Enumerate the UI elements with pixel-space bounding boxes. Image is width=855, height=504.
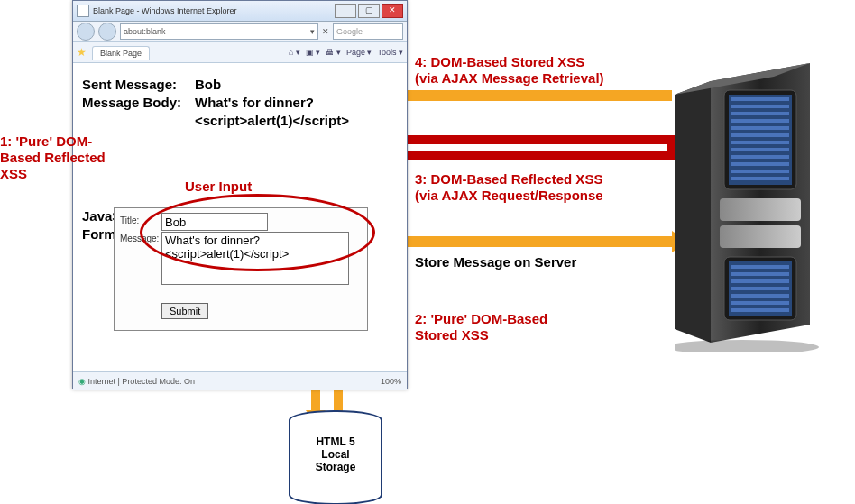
status-bar: ◉ Internet | Protected Mode: On 100%: [73, 371, 407, 390]
body-label: Message Body:: [82, 95, 181, 110]
storage-label: HTML 5 Local Storage: [316, 435, 356, 473]
close-button[interactable]: ✕: [382, 4, 403, 18]
favorites-icon[interactable]: ★: [77, 46, 87, 59]
print-icon[interactable]: 🖶 ▾: [326, 48, 341, 57]
local-storage-cylinder: HTML 5 Local Storage: [289, 410, 379, 504]
arrow-4: [383, 90, 672, 101]
svg-rect-27: [731, 301, 789, 305]
svg-point-29: [675, 340, 819, 352]
address-bar: about:blank▾ ✕ Google: [73, 22, 407, 42]
title-label: Title:: [120, 215, 139, 225]
annotation-1: 1: 'Pure' DOM-Based Reflected XSS: [0, 133, 135, 182]
annotation-3: 3: DOM-Based Reflected XSS(via AJAX Requ…: [415, 171, 603, 204]
svg-rect-19: [720, 225, 801, 248]
forward-button[interactable]: [98, 23, 116, 41]
svg-rect-13: [731, 148, 789, 151]
annotation-user-input: User Input: [185, 179, 252, 195]
user-input-ellipse: [140, 194, 375, 271]
annotation-store: Store Message on Server: [415, 254, 576, 270]
annotation-4: 4: DOM-Based Stored XSS(via AJAX Message…: [415, 54, 604, 87]
search-hint: Google: [336, 27, 363, 36]
tools-menu[interactable]: Tools ▾: [377, 48, 403, 57]
tab-bar: ★ Blank Page ⌂ ▾ ▣ ▾ 🖶 ▾ Page ▾ Tools ▾: [73, 42, 407, 63]
page-icon: [77, 5, 89, 17]
svg-rect-9: [731, 119, 789, 123]
submit-button[interactable]: Submit: [161, 303, 208, 319]
back-button[interactable]: [77, 23, 95, 41]
feed-icon[interactable]: ▣ ▾: [306, 48, 321, 57]
svg-rect-7: [731, 105, 789, 108]
svg-rect-17: [731, 177, 789, 180]
status-text: Internet | Protected Mode: On: [88, 377, 195, 386]
svg-rect-22: [731, 265, 789, 269]
body-value-1: What's for dinner?: [195, 95, 314, 110]
svg-rect-23: [731, 272, 789, 276]
svg-rect-28: [731, 308, 789, 312]
tab-label: Blank Page: [100, 49, 142, 58]
svg-rect-16: [731, 170, 789, 173]
annotation-2: 2: 'Pure' DOM-BasedStored XSS: [415, 311, 547, 344]
svg-rect-18: [720, 198, 801, 221]
zoom-level: 100%: [381, 377, 401, 386]
url-text: about:blank: [124, 27, 166, 36]
arrow-3-bot: [379, 151, 676, 160]
svg-rect-25: [731, 287, 789, 290]
svg-rect-26: [731, 294, 789, 298]
svg-marker-2: [675, 81, 711, 343]
titlebar: Blank Page - Windows Internet Explorer _…: [73, 1, 407, 22]
svg-rect-10: [731, 126, 789, 130]
svg-rect-14: [731, 155, 789, 159]
arrow-3-top: [379, 135, 676, 144]
server-icon: [675, 63, 828, 352]
svg-rect-11: [731, 133, 789, 137]
window-title: Blank Page - Windows Internet Explorer: [93, 6, 237, 15]
body-value-2: <script>alert(1)</script>: [195, 113, 349, 128]
url-field[interactable]: about:blank▾: [120, 23, 318, 40]
svg-rect-12: [731, 141, 789, 144]
tab-blank[interactable]: Blank Page: [92, 46, 150, 60]
page-menu[interactable]: Page ▾: [346, 48, 372, 57]
search-field[interactable]: Google: [333, 23, 403, 40]
svg-rect-24: [731, 279, 789, 283]
min-button[interactable]: _: [335, 4, 356, 18]
home-icon[interactable]: ⌂ ▾: [289, 48, 300, 57]
sent-label: Sent Message:: [82, 77, 177, 92]
sent-value: Bob: [195, 77, 221, 92]
svg-rect-15: [731, 162, 789, 166]
globe-icon: ◉: [78, 377, 86, 386]
svg-rect-8: [731, 112, 789, 115]
max-button[interactable]: ▢: [358, 4, 380, 18]
svg-rect-6: [731, 97, 789, 101]
